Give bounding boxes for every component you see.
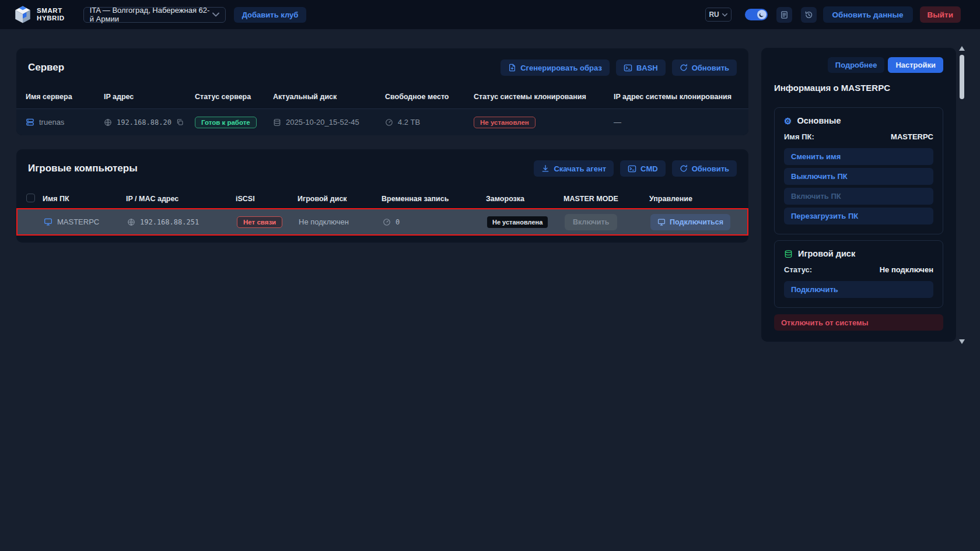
brand-logo: SMART HYBRID bbox=[13, 5, 65, 24]
server-ip: 192.168.88.20 bbox=[117, 118, 172, 127]
language-value: RU bbox=[709, 10, 719, 19]
brand-text: SMART HYBRID bbox=[37, 7, 65, 22]
column-header: Заморозка bbox=[486, 195, 564, 203]
shutdown-pc-button[interactable]: Выключить ПК bbox=[784, 168, 933, 185]
disk-status-label: Статус: bbox=[784, 265, 812, 274]
scroll-down-arrow[interactable] bbox=[959, 339, 965, 344]
download-agent-button[interactable]: Скачать агент bbox=[534, 160, 614, 177]
club-selector-value: ITA — Волгоград, Набережная 62-й Армии bbox=[90, 6, 212, 23]
pcs-table-header: Имя ПК IP / MAC адрес iSCSI Игровой диск… bbox=[16, 191, 748, 206]
tab-settings[interactable]: Настройки bbox=[888, 57, 943, 73]
master-mode-enable-button[interactable]: Включить bbox=[565, 214, 617, 230]
free-space-value: 4.2 TB bbox=[398, 118, 420, 127]
column-header: IP / MAC адрес bbox=[126, 195, 236, 203]
game-disk-section-title: Игровой диск bbox=[798, 249, 855, 258]
monitor-icon bbox=[657, 218, 666, 226]
monitor-icon bbox=[44, 217, 52, 226]
cloning-status-badge: Не установлен bbox=[474, 117, 536, 128]
club-selector[interactable]: ITA — Волгоград, Набережная 62-й Армии bbox=[83, 7, 226, 23]
logout-button[interactable]: Выйти bbox=[920, 6, 961, 23]
column-header: IP адрес системы клонирования bbox=[614, 93, 748, 101]
language-selector[interactable]: RU bbox=[705, 8, 732, 22]
theme-toggle[interactable] bbox=[745, 9, 768, 20]
scrollbar-thumb[interactable] bbox=[960, 55, 964, 99]
sidebar-scrollbar[interactable] bbox=[958, 46, 965, 344]
pc-name: MASTERPC bbox=[57, 217, 99, 226]
column-header: Имя ПК bbox=[43, 195, 126, 203]
iscsi-status-badge: Нет связи bbox=[237, 216, 282, 228]
pc-table-row-highlighted[interactable]: MASTERPC 192.168.88.251 Нет связи Не под… bbox=[16, 208, 748, 236]
column-header: Игровой диск bbox=[298, 195, 382, 203]
refresh-icon bbox=[680, 64, 688, 72]
connect-disk-button[interactable]: Подключить bbox=[784, 281, 933, 298]
pc-ip: 192.168.88.251 bbox=[140, 218, 199, 226]
sidebar-title: Информация о MASTERPC bbox=[774, 83, 943, 93]
add-club-button[interactable]: Добавить клуб bbox=[234, 7, 307, 23]
column-header: IP адрес bbox=[104, 93, 195, 101]
pcs-refresh-button[interactable]: Обновить bbox=[672, 160, 737, 177]
server-refresh-button[interactable]: Обновить bbox=[672, 59, 737, 76]
server-panel-title: Сервер bbox=[28, 62, 64, 73]
logs-button[interactable] bbox=[776, 7, 792, 23]
column-header: Актуальный диск bbox=[273, 93, 385, 101]
download-icon bbox=[541, 164, 550, 173]
generate-image-button[interactable]: Сгенерировать образ bbox=[501, 59, 610, 76]
globe-icon bbox=[127, 218, 135, 226]
server-table-row[interactable]: truenas 192.168.88.20 Готов к работе bbox=[16, 108, 748, 135]
server-panel: Сервер Сгенерировать образ BASH bbox=[16, 48, 748, 135]
server-table-header: Имя сервера IP адрес Статус сервера Акту… bbox=[16, 89, 748, 104]
database-icon bbox=[784, 250, 793, 258]
bash-button[interactable]: BASH bbox=[616, 59, 666, 76]
gaming-pcs-title: Игровые компьютеры bbox=[28, 163, 138, 174]
gaming-pcs-panel: Игровые компьютеры Скачать агент CMD bbox=[16, 149, 748, 243]
freeze-status-chip: Не установлена bbox=[487, 216, 548, 228]
server-name: truenas bbox=[39, 118, 64, 127]
chevron-down-icon bbox=[212, 12, 219, 17]
column-header: Временная запись bbox=[382, 195, 486, 203]
copy-icon[interactable] bbox=[176, 118, 184, 126]
select-all-checkbox[interactable] bbox=[26, 194, 35, 202]
game-disk-status: Не подключен bbox=[299, 217, 349, 226]
history-clock-icon bbox=[804, 10, 813, 19]
cloning-ip-value: — bbox=[614, 118, 621, 127]
general-section: ⚙ Основные Имя ПК: MASTERPC Сменить имя … bbox=[774, 107, 943, 234]
server-status-badge: Готов к работе bbox=[195, 117, 257, 128]
cmd-button[interactable]: CMD bbox=[620, 160, 666, 177]
refresh-icon bbox=[680, 164, 688, 173]
column-header: Управление bbox=[649, 195, 748, 203]
column-header: iSCSI bbox=[236, 195, 298, 203]
gear-icon: ⚙ bbox=[784, 117, 792, 125]
chevron-down-icon bbox=[722, 13, 727, 17]
topbar: SMART HYBRID ITA — Волгоград, Набережная… bbox=[0, 0, 980, 29]
disk-icon bbox=[273, 118, 281, 127]
general-section-title: Основные bbox=[797, 116, 841, 125]
terminal-icon bbox=[624, 64, 632, 72]
column-header: Статус системы клонирования bbox=[474, 93, 614, 101]
reboot-pc-button[interactable]: Перезагрузить ПК bbox=[784, 208, 933, 224]
refresh-data-button[interactable]: Обновить данные bbox=[823, 6, 913, 23]
connect-button[interactable]: Подключиться bbox=[650, 214, 730, 230]
moon-icon bbox=[757, 10, 766, 19]
cube-logo-icon bbox=[13, 5, 33, 24]
document-log-icon bbox=[780, 10, 789, 19]
history-button[interactable] bbox=[801, 7, 817, 23]
temp-write-value: 0 bbox=[396, 218, 400, 226]
tab-details[interactable]: Подробнее bbox=[828, 57, 885, 73]
info-sidebar: Подробнее Настройки Информация о MASTERP… bbox=[761, 48, 956, 342]
game-disk-section: Игровой диск Статус: Не подключен Подклю… bbox=[774, 240, 943, 308]
column-header: MASTER MODE bbox=[564, 195, 649, 203]
column-header: Имя сервера bbox=[26, 93, 104, 101]
power-on-pc-button[interactable]: Включить ПК bbox=[784, 188, 933, 205]
pc-name-value: MASTERPC bbox=[891, 132, 933, 141]
disconnect-from-system-button[interactable]: Отключить от системы bbox=[774, 314, 943, 331]
disk-status-value: Не подключен bbox=[880, 265, 933, 274]
server-icon bbox=[26, 118, 34, 127]
gauge-icon bbox=[385, 118, 393, 127]
pc-name-label: Имя ПК: bbox=[784, 132, 814, 141]
scroll-up-arrow[interactable] bbox=[959, 46, 965, 51]
rename-pc-button[interactable]: Сменить имя bbox=[784, 148, 933, 165]
gauge-icon bbox=[383, 218, 391, 226]
file-plus-icon bbox=[508, 64, 516, 72]
actual-disk-value: 2025-10-20_15-52-45 bbox=[286, 118, 359, 127]
column-header: Свободное место bbox=[385, 93, 474, 101]
